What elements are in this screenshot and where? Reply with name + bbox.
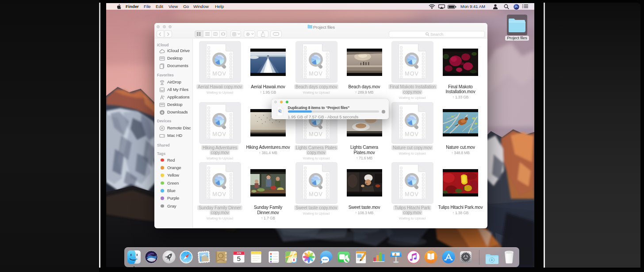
svg-text:MOV: MOV — [212, 131, 226, 137]
svg-text:JUN: JUN — [237, 252, 241, 254]
svg-text:MOV: MOV — [405, 191, 418, 197]
svg-text:MOV: MOV — [405, 131, 418, 137]
svg-text:MOV: MOV — [309, 191, 322, 197]
svg-text:MOV: MOV — [212, 191, 226, 197]
svg-text:MOV: MOV — [212, 71, 226, 77]
svg-text:5: 5 — [237, 255, 241, 262]
svg-text:MOV: MOV — [405, 71, 418, 77]
svg-text:MOV: MOV — [309, 131, 322, 137]
svg-text:MOV: MOV — [309, 71, 322, 77]
